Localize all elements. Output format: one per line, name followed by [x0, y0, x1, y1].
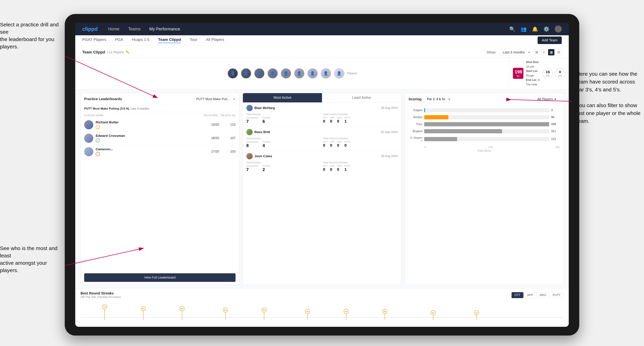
player-avatar-4[interactable]: 👤 — [268, 68, 278, 79]
shot-stat-unit: SC — [515, 75, 522, 77]
scoring-filter-dropdown[interactable]: Par 3, 4 & 5s Par 3s Par 4s Par 5s — [424, 96, 451, 102]
all-players-dropdown[interactable]: All Players ▾ — [534, 96, 560, 102]
annotation-top-left: Select a practice drill and see the lead… — [0, 21, 63, 50]
chart-x-axis: 0 200 400 — [408, 145, 560, 149]
scoring-chart: Eagles 3 Birdies 96 — [405, 105, 563, 285]
chart-label-dbogeys: D. Bogeys + — [408, 136, 422, 142]
ap-practice-activities-2: Total Practice Activities OTT0 APP0 ARG0… — [323, 137, 398, 148]
chart-bar-container-eagles — [424, 108, 549, 112]
lb-player-info-1: Richard Butler 1 — [96, 120, 201, 129]
chart-bar-birdies — [424, 115, 448, 119]
card-view-btn[interactable]: ▦ — [548, 49, 554, 55]
x-axis-400: 400 — [556, 146, 560, 149]
ap-avatar-2 — [246, 129, 253, 135]
x-axis-200: 200 — [488, 146, 493, 149]
streak-dot-5: 5x — [262, 308, 266, 320]
streaks-tab-arg[interactable]: ARG — [537, 292, 549, 298]
player-avatar-2[interactable]: 👤 — [241, 68, 251, 79]
sub-nav-pgat[interactable]: PGAT Players — [82, 37, 106, 43]
settings-icon[interactable]: ⚙️ — [544, 26, 550, 32]
lb-badge-1: 1 — [96, 125, 100, 129]
streak-dot-circle-9: 3x — [431, 310, 436, 315]
streak-dot-line-1 — [104, 309, 105, 320]
player-avatar-5[interactable]: 👤 — [281, 68, 291, 79]
ap-name-row-3: Josh Coles — [246, 153, 272, 159]
scoring-title-group: Scoring Par 3, 4 & 5s Par 3s Par 4s Par … — [408, 96, 450, 102]
team-header: Team Clippd | 14 Players ✏️ Show: Last 3… — [75, 45, 569, 57]
circle1-unit: yds — [546, 74, 550, 77]
circle2-unit: yds — [558, 74, 562, 77]
chart-value-birdies: 96 — [551, 116, 560, 119]
nav-item-home[interactable]: Home — [108, 26, 119, 31]
end-lie: End Lie: In The Hole — [526, 78, 540, 87]
lb-score-1: 19/20 — [203, 123, 219, 127]
add-team-button[interactable]: Add Team — [538, 36, 562, 44]
player-avatar-3[interactable]: 👤 — [254, 68, 264, 79]
player-avatar-1[interactable]: 👤 — [228, 68, 238, 79]
streaks-tab-ott[interactable]: OTT — [512, 292, 524, 298]
sub-nav-allplayers[interactable]: All Players — [206, 37, 224, 43]
scoring-card: Scoring Par 3, 4 & 5s Par 3s Par 4s Par … — [405, 93, 564, 285]
leaderboard-subtitle: PUTT Must Make Putting (3-6 ft), Last 3 … — [81, 105, 239, 112]
streaks-tab-app[interactable]: APP — [524, 292, 536, 298]
chart-bar-pars — [424, 122, 549, 126]
annotation-tl-line1: Select a practice drill and see — [0, 22, 58, 35]
grid-view-btn[interactable]: ⊞ — [534, 49, 540, 55]
nav-icons: 🔍 👥 🔔 ⚙️ — [509, 25, 562, 32]
chart-bar-container-bogeys — [424, 129, 549, 133]
view-leaderboard-button[interactable]: View Full Leaderboard — [84, 273, 236, 282]
player-avatar-8[interactable]: 👤 — [320, 68, 331, 79]
streak-dot-line-2 — [143, 311, 144, 320]
chart-bar-container-birdies — [424, 115, 549, 119]
lb-player-info-3: Cameron... 3 — [96, 147, 201, 156]
streaks-title: Best Round Streaks — [80, 291, 114, 295]
lb-avatar-3 — [84, 147, 93, 156]
chart-value-eagles: 3 — [551, 109, 560, 112]
chart-footer: Total Shots — [408, 149, 560, 153]
nav-item-teams[interactable]: Teams — [128, 26, 140, 31]
streaks-tab-putt[interactable]: PUTT — [550, 292, 564, 298]
streak-dot-line-3 — [182, 311, 182, 320]
annotation-bottom-left: See who is the most and least active amo… — [0, 245, 63, 274]
list-view-btn[interactable]: ≡ — [541, 49, 547, 55]
streaks-section: Best Round Streaks Off The Tee, Fairway … — [75, 288, 569, 327]
show-dropdown[interactable]: Last 3 months Last 6 months Last year Al… — [499, 49, 530, 56]
ann-r6: just one player or the whole — [576, 110, 640, 116]
chart-bar-bogeys — [424, 129, 502, 133]
sub-nav-pga[interactable]: PGA — [115, 37, 123, 43]
sub-nav-hcaps[interactable]: Hcaps 1-5 — [132, 37, 150, 43]
people-icon[interactable]: 👥 — [520, 26, 527, 32]
shot-info-text: Shot Dist: 16 yds Start Lie: Rough End L… — [526, 60, 540, 87]
ap-practice-activities-1: Total Practice Activities OTT 0 APP 0 — [323, 113, 398, 124]
lb-score-3: 17/20 — [203, 150, 219, 154]
player-avatar-9[interactable]: 👤 — [334, 68, 344, 79]
streak-dot-line-10 — [476, 315, 477, 320]
player-avatar-7[interactable]: 👤 — [307, 68, 318, 79]
tab-least-active[interactable]: Least Active — [322, 93, 401, 102]
leaderboard-title: Practice Leaderboards — [84, 97, 122, 101]
ap-practice-label: Practice — [262, 116, 271, 119]
search-icon[interactable]: 🔍 — [509, 26, 516, 32]
detail-view-btn[interactable]: ⊟ — [556, 49, 562, 55]
bell-icon[interactable]: 🔔 — [532, 26, 538, 32]
player-avatar-6[interactable]: 👤 — [294, 68, 304, 79]
ap-name-1: Blair McHarg — [254, 106, 275, 110]
streak-dot-circle-10: 3x — [474, 310, 479, 315]
tab-most-active[interactable]: Most Active — [243, 93, 322, 102]
shot-stat-box: 198 SC — [513, 68, 524, 79]
sub-nav-tour[interactable]: Tour — [190, 37, 197, 43]
team-name: Team Clippd — [82, 50, 105, 54]
annotation-right: Here you can see how the team have score… — [576, 70, 640, 125]
streaks-chart: 7x 6x 6x 5x — [80, 300, 564, 325]
sub-nav-teamclippd[interactable]: Team Clippd — [158, 37, 181, 43]
edit-icon[interactable]: ✏️ — [126, 50, 130, 54]
nav-item-myperformance[interactable]: My Performance — [149, 26, 180, 31]
lb-col-avg: PB AVG SQ — [218, 114, 236, 117]
chart-value-dbogeys: 131 — [551, 137, 560, 141]
user-avatar[interactable] — [555, 25, 562, 32]
lb-player-info-2: Edward Crossman 2 — [96, 134, 201, 143]
team-count: | 14 Players — [107, 50, 124, 54]
show-label: Show: — [486, 50, 496, 54]
leaderboard-filter-dropdown[interactable]: PUTT Must Make Putt... — [193, 96, 236, 102]
chart-bar-container-dbogeys — [424, 137, 549, 141]
